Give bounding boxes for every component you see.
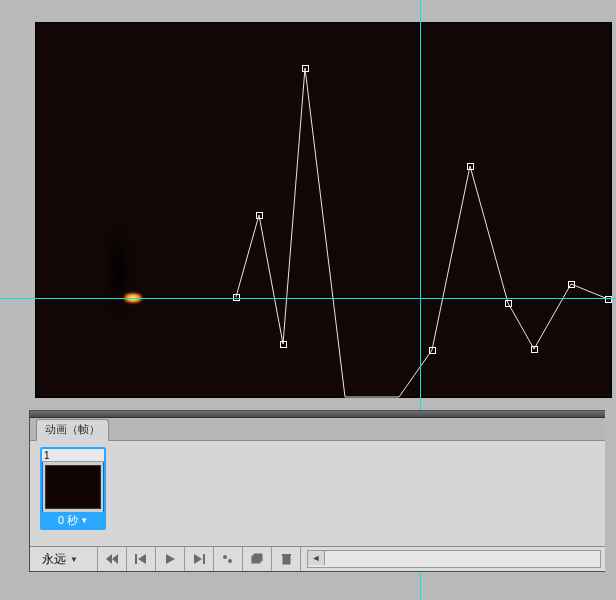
svg-point-2 [223,555,227,559]
frames-scrollbar[interactable]: ◄ [307,550,601,568]
frame-thumbnail [45,465,101,509]
anchor-handle[interactable] [302,65,309,72]
anchor-handle[interactable] [233,294,240,301]
anchor-handle[interactable] [505,300,512,307]
animation-controls: 永远 ▼ ◄ [30,546,605,571]
svg-rect-5 [283,556,290,564]
anchor-handle[interactable] [568,281,575,288]
tween-button[interactable] [214,547,243,571]
anchor-handle[interactable] [605,296,612,303]
next-frame-button[interactable] [185,547,214,571]
canvas[interactable] [35,22,612,398]
delete-frame-button[interactable] [272,547,301,571]
frame-duration-selector[interactable]: 0 秒 ▼ [42,512,104,528]
loop-label: 永远 [42,551,66,568]
chevron-down-icon: ▼ [80,516,88,525]
prev-frame-button[interactable] [127,547,156,571]
animation-panel: 动画（帧） 1 0 秒 ▼ 永远 ▼ [29,410,605,572]
frames-strip: 1 0 秒 ▼ [30,441,605,546]
svg-rect-0 [135,554,137,564]
frame-duration-label: 0 秒 [58,513,78,528]
anchor-handle[interactable] [256,212,263,219]
panel-grip[interactable] [30,411,605,418]
scroll-left-icon[interactable]: ◄ [308,551,325,565]
frame-thumb-1[interactable]: 1 0 秒 ▼ [40,447,106,530]
pen-path[interactable] [36,23,611,397]
anchor-handle[interactable] [429,347,436,354]
anchor-handle[interactable] [467,163,474,170]
play-button[interactable] [156,547,185,571]
tab-animation-frames[interactable]: 动画（帧） [36,419,109,441]
anchor-handle[interactable] [531,346,538,353]
svg-rect-6 [282,554,291,556]
first-frame-button[interactable] [98,547,127,571]
duplicate-frame-button[interactable] [243,547,272,571]
svg-rect-1 [203,554,205,564]
loop-selector[interactable]: 永远 ▼ [34,547,98,571]
panel-tabs: 动画（帧） [30,418,605,441]
svg-point-3 [228,559,232,563]
chevron-down-icon: ▼ [70,555,78,564]
frame-index: 1 [44,450,50,461]
anchor-handle[interactable] [280,341,287,348]
